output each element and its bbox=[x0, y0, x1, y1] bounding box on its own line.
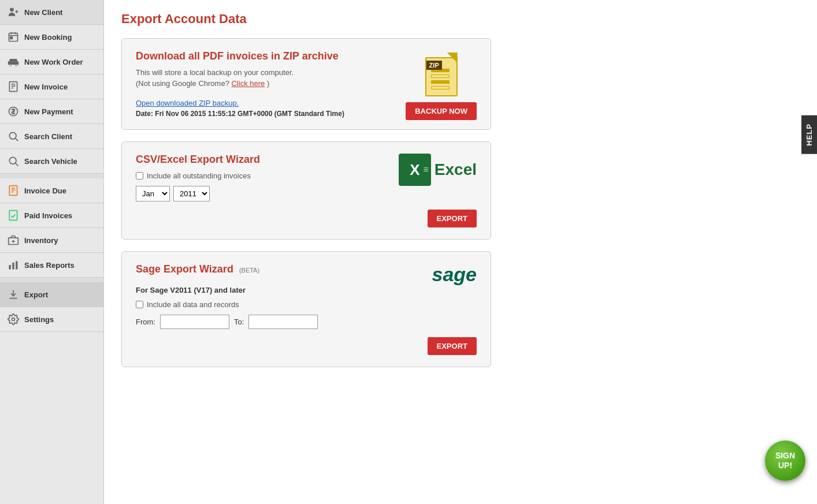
sidebar-item-label: Export bbox=[24, 290, 48, 299]
csv-export-button[interactable]: EXPORT bbox=[428, 210, 477, 227]
invoice-due-icon bbox=[7, 184, 20, 197]
sidebar-item-new-invoice[interactable]: New Invoice bbox=[0, 74, 103, 99]
svg-point-18 bbox=[9, 157, 16, 164]
sidebar-item-sales-reports[interactable]: Sales Reports bbox=[0, 253, 103, 278]
to-label: To: bbox=[234, 318, 244, 326]
sage-card-title: Sage Export Wizard bbox=[136, 263, 233, 275]
zip-action-area: ZIP BACKUP NOW bbox=[406, 53, 477, 120]
open-zip-link[interactable]: Open downloaded ZIP backup. bbox=[136, 99, 239, 107]
zip-file-icon: ZIP bbox=[423, 53, 460, 96]
signup-button[interactable]: SIGN UP! bbox=[765, 440, 805, 481]
excel-text: Excel bbox=[435, 160, 477, 179]
from-label: From: bbox=[136, 318, 155, 326]
sidebar-item-label: Search Client bbox=[24, 132, 72, 141]
svg-point-9 bbox=[9, 64, 11, 66]
sage-export-button[interactable]: EXPORT bbox=[428, 337, 477, 355]
sage-subtitle: For Sage V2011 (V17) and later bbox=[136, 286, 477, 294]
sidebar-item-new-booking[interactable]: New Booking bbox=[0, 25, 103, 50]
csv-card: CSV/Excel Export Wizard X Excel Include … bbox=[121, 141, 491, 240]
inventory-icon bbox=[7, 234, 20, 247]
search-client-icon bbox=[7, 130, 20, 143]
backup-now-button[interactable]: BACKUP NOW bbox=[406, 102, 477, 120]
sidebar-item-export[interactable]: Export bbox=[0, 282, 103, 307]
settings-icon bbox=[7, 313, 20, 326]
svg-rect-28 bbox=[9, 265, 11, 270]
sidebar-item-label: New Client bbox=[24, 8, 62, 17]
month-year-select-row: JanFebMarApr MayJunJulAug SepOctNovDec 2… bbox=[136, 186, 477, 201]
sidebar-item-label: Sales Reports bbox=[24, 261, 75, 270]
svg-point-0 bbox=[10, 8, 14, 12]
sidebar-item-inventory[interactable]: Inventory bbox=[0, 228, 103, 253]
month-select[interactable]: JanFebMarApr MayJunJulAug SepOctNovDec bbox=[136, 186, 170, 201]
car-icon bbox=[7, 55, 20, 68]
page-title: Export Account Data bbox=[121, 12, 800, 27]
to-input[interactable] bbox=[248, 315, 318, 329]
click-here-link[interactable]: Click here bbox=[231, 79, 265, 88]
help-tab[interactable]: HELP bbox=[801, 115, 817, 154]
sage-export-action: EXPORT bbox=[136, 337, 477, 355]
dollar-icon bbox=[7, 105, 20, 118]
invoice-icon bbox=[7, 80, 20, 93]
sidebar-item-new-work-order[interactable]: New Work Order bbox=[0, 50, 103, 74]
include-all-data-row: Include all data and records bbox=[136, 300, 477, 309]
sidebar-item-new-client[interactable]: New Client bbox=[0, 0, 103, 25]
excel-x-icon: X bbox=[399, 154, 431, 186]
from-to-row: From: To: bbox=[136, 315, 477, 329]
sidebar-item-label: New Work Order bbox=[24, 58, 83, 66]
sidebar-item-label: Settings bbox=[24, 315, 54, 324]
search-vehicle-icon bbox=[7, 155, 20, 167]
sidebar-item-label: Inventory bbox=[24, 236, 58, 245]
svg-point-16 bbox=[9, 132, 16, 139]
svg-rect-24 bbox=[9, 211, 17, 221]
sidebar-item-label: Invoice Due bbox=[24, 186, 66, 195]
sidebar-item-label: New Invoice bbox=[24, 83, 68, 91]
sidebar-item-label: Search Vehicle bbox=[24, 157, 77, 166]
sage-beta-badge: (BETA) bbox=[239, 267, 259, 274]
sage-card: Sage Export Wizard (BETA) sage For Sage … bbox=[121, 251, 491, 367]
sidebar: New Client New Booking New Work Order Ne… bbox=[0, 0, 104, 504]
svg-line-19 bbox=[16, 163, 18, 166]
svg-rect-29 bbox=[12, 263, 14, 270]
svg-rect-30 bbox=[16, 261, 17, 269]
sidebar-item-search-vehicle[interactable]: Search Vehicle bbox=[0, 149, 103, 174]
sage-logo-area: sage bbox=[432, 263, 477, 286]
sidebar-item-invoice-due[interactable]: Invoice Due bbox=[0, 178, 103, 203]
person-plus-icon bbox=[7, 6, 20, 18]
sidebar-item-label: New Booking bbox=[24, 33, 72, 42]
svg-point-10 bbox=[15, 64, 17, 66]
svg-rect-7 bbox=[10, 37, 12, 39]
svg-line-17 bbox=[16, 139, 18, 141]
sidebar-item-label: New Payment bbox=[24, 107, 73, 116]
from-input[interactable] bbox=[160, 315, 229, 329]
include-all-data-label: Include all data and records bbox=[147, 300, 239, 309]
main-content: Export Account Data Download all PDF inv… bbox=[104, 0, 817, 504]
zip-card: Download all PDF invoices in ZIP archive… bbox=[121, 38, 491, 130]
svg-point-33 bbox=[12, 318, 15, 321]
include-all-data-checkbox[interactable] bbox=[136, 301, 143, 308]
excel-logo-area: X Excel bbox=[399, 154, 477, 186]
export-icon bbox=[7, 288, 20, 301]
calendar-icon bbox=[7, 31, 20, 43]
sidebar-item-new-payment[interactable]: New Payment bbox=[0, 99, 103, 124]
sidebar-item-settings[interactable]: Settings bbox=[0, 307, 103, 332]
bar-chart-icon bbox=[7, 259, 20, 271]
sage-logo-text: sage bbox=[432, 263, 477, 285]
paid-invoices-icon bbox=[7, 209, 20, 222]
csv-export-action: EXPORT bbox=[136, 210, 477, 227]
include-outstanding-checkbox[interactable] bbox=[136, 172, 143, 180]
include-outstanding-label: Include all outstanding invoices bbox=[147, 171, 251, 180]
sidebar-item-paid-invoices[interactable]: Paid Invoices bbox=[0, 203, 103, 228]
year-select[interactable]: 201120122013 201420152016 bbox=[173, 186, 210, 201]
sidebar-item-label: Paid Invoices bbox=[24, 211, 72, 220]
sidebar-item-search-client[interactable]: Search Client bbox=[0, 124, 103, 149]
svg-rect-8 bbox=[8, 61, 18, 65]
